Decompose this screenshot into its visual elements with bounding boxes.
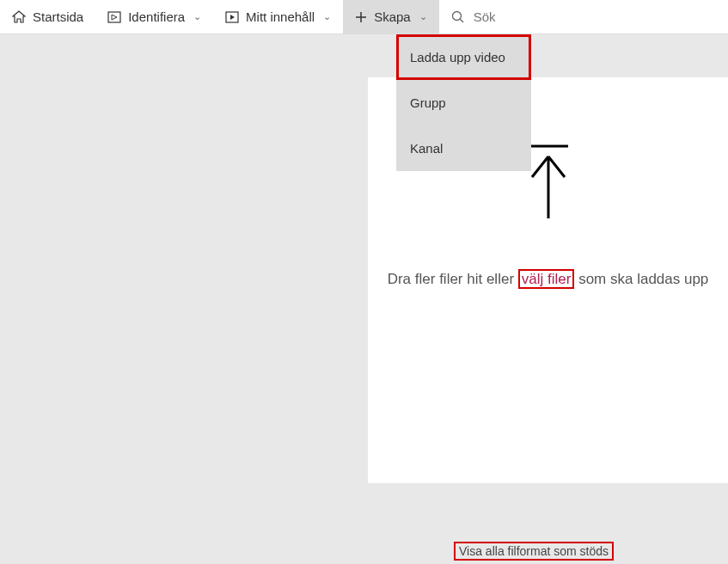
nav-identify[interactable]: Identifiera ⌄ bbox=[95, 0, 213, 34]
nav-content-label: Mitt innehåll bbox=[246, 9, 315, 24]
nav-content[interactable]: Mitt innehåll ⌄ bbox=[213, 0, 343, 34]
identify-icon bbox=[107, 11, 121, 23]
nav-home-label: Startsida bbox=[33, 9, 83, 24]
nav-identify-label: Identifiera bbox=[128, 9, 185, 24]
supported-formats-link[interactable]: Visa alla filformat som stöds bbox=[454, 542, 614, 561]
plus-icon bbox=[355, 11, 367, 23]
chevron-down-icon: ⌄ bbox=[193, 11, 201, 22]
upload-text-before: Dra fler filer hit eller bbox=[388, 271, 518, 287]
chevron-down-icon: ⌄ bbox=[419, 11, 427, 22]
create-dropdown: Ladda upp video Grupp Kanal bbox=[396, 34, 531, 171]
dropdown-group[interactable]: Grupp bbox=[396, 80, 531, 126]
dropdown-upload-video[interactable]: Ladda upp video bbox=[396, 34, 531, 80]
nav-create-label: Skapa bbox=[374, 9, 411, 24]
select-files-link[interactable]: välj filer bbox=[518, 269, 575, 289]
search-icon bbox=[451, 10, 465, 24]
search-box[interactable] bbox=[439, 0, 728, 34]
upload-arrow-icon bbox=[529, 144, 568, 225]
nav-home[interactable]: Startsida bbox=[0, 0, 95, 34]
home-icon bbox=[12, 10, 26, 24]
chevron-down-icon: ⌄ bbox=[323, 11, 331, 22]
top-navigation: Startsida Identifiera ⌄ Mitt innehåll ⌄ … bbox=[0, 0, 728, 34]
upload-instructions: Dra fler filer hit eller välj filer som … bbox=[370, 268, 726, 291]
content-icon bbox=[225, 11, 239, 23]
svg-rect-0 bbox=[108, 12, 120, 22]
upload-text-after: som ska laddas upp bbox=[574, 271, 708, 287]
nav-create[interactable]: Skapa ⌄ bbox=[343, 0, 439, 34]
dropdown-channel[interactable]: Kanal bbox=[396, 126, 531, 171]
search-input[interactable] bbox=[474, 9, 716, 24]
